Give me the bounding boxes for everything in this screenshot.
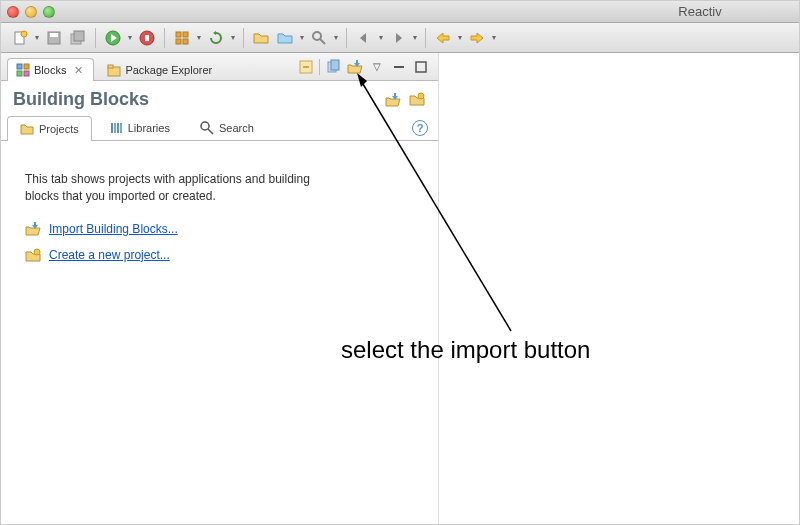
new-folder-icon xyxy=(25,248,41,264)
window-title: Reactiv xyxy=(1,4,799,19)
back-dropdown-arrow-icon[interactable]: ▾ xyxy=(456,27,464,49)
svg-rect-39 xyxy=(120,123,122,133)
tab-search-label: Search xyxy=(219,122,254,134)
svg-rect-37 xyxy=(114,123,116,133)
svg-marker-20 xyxy=(471,33,483,43)
close-icon[interactable]: ✕ xyxy=(74,64,83,77)
svg-rect-10 xyxy=(176,32,181,37)
tab-blocks-label: Blocks xyxy=(34,64,66,76)
run-button[interactable] xyxy=(102,27,124,49)
tab-search[interactable]: Search xyxy=(187,115,267,141)
next-annotation-button[interactable] xyxy=(387,27,409,49)
new-block-dropdown-arrow-icon[interactable]: ▾ xyxy=(195,27,203,49)
refresh-dropdown-arrow-icon[interactable]: ▾ xyxy=(229,27,237,49)
svg-rect-23 xyxy=(17,71,22,76)
save-all-button[interactable] xyxy=(67,27,89,49)
svg-marker-14 xyxy=(213,31,216,35)
svg-line-16 xyxy=(320,39,325,44)
run-dropdown-arrow-icon[interactable]: ▾ xyxy=(126,27,134,49)
prev-dropdown-arrow-icon[interactable]: ▾ xyxy=(377,27,385,49)
search-button[interactable] xyxy=(308,27,330,49)
tab-package-explorer[interactable]: Package Explorer xyxy=(98,58,223,81)
panel-title: Building Blocks xyxy=(13,89,149,110)
blocks-panel: Blocks ✕ Package Explorer ▽ xyxy=(1,53,439,524)
debug-button[interactable] xyxy=(136,27,158,49)
folder-icon xyxy=(20,122,34,136)
window-titlebar: Reactiv xyxy=(1,1,799,23)
toolbar-separator xyxy=(164,28,165,48)
tab-projects[interactable]: Projects xyxy=(7,116,92,141)
maximize-view-icon[interactable] xyxy=(412,58,430,76)
create-link-row: Create a new project... xyxy=(25,247,414,264)
save-button[interactable] xyxy=(43,27,65,49)
svg-rect-3 xyxy=(50,33,58,37)
import-blocks-button[interactable] xyxy=(384,91,402,109)
back-button[interactable] xyxy=(432,27,454,49)
view-tabs: Blocks ✕ Package Explorer ▽ xyxy=(1,53,438,81)
next-dropdown-arrow-icon[interactable]: ▾ xyxy=(411,27,419,49)
refresh-button[interactable] xyxy=(205,27,227,49)
svg-rect-13 xyxy=(183,39,188,44)
tab-package-explorer-label: Package Explorer xyxy=(125,64,212,76)
toolbar-separator xyxy=(243,28,244,48)
view-toolbar: ▽ xyxy=(297,53,438,80)
svg-rect-26 xyxy=(108,65,113,68)
new-block-button[interactable] xyxy=(171,27,193,49)
tab-blocks[interactable]: Blocks ✕ xyxy=(7,58,94,81)
svg-line-41 xyxy=(208,129,213,134)
copy-button[interactable] xyxy=(324,58,342,76)
svg-rect-36 xyxy=(111,123,113,133)
inner-tabs: Projects Libraries Search ? xyxy=(1,114,438,141)
view-menu-icon[interactable]: ▽ xyxy=(368,58,386,76)
import-icon xyxy=(25,221,41,237)
tab-projects-label: Projects xyxy=(39,123,79,135)
svg-rect-12 xyxy=(176,39,181,44)
blocks-icon xyxy=(16,63,30,77)
toolbar-separator xyxy=(346,28,347,48)
svg-marker-18 xyxy=(396,33,402,43)
collapse-all-button[interactable] xyxy=(297,58,315,76)
svg-point-1 xyxy=(21,31,27,37)
open-resource-button[interactable] xyxy=(274,27,296,49)
annotation-text: select the import button xyxy=(341,336,590,364)
forward-dropdown-arrow-icon[interactable]: ▾ xyxy=(490,27,498,49)
panel-header: Building Blocks xyxy=(1,81,438,114)
svg-point-43 xyxy=(34,249,40,255)
search-icon xyxy=(200,121,214,135)
svg-rect-9 xyxy=(145,35,149,41)
import-button[interactable] xyxy=(346,58,364,76)
panel-header-icons xyxy=(384,91,426,109)
new-dropdown-arrow-icon[interactable]: ▾ xyxy=(33,27,41,49)
new-project-button[interactable] xyxy=(408,91,426,109)
svg-rect-33 xyxy=(416,62,426,72)
create-new-project-link[interactable]: Create a new project... xyxy=(49,247,170,264)
forward-button[interactable] xyxy=(466,27,488,49)
package-explorer-icon xyxy=(107,63,121,77)
search-dropdown-arrow-icon[interactable]: ▾ xyxy=(332,27,340,49)
import-link-row: Import Building Blocks... xyxy=(25,221,414,238)
open-folder-button[interactable] xyxy=(250,27,272,49)
editor-area xyxy=(439,53,799,524)
tab-libraries-label: Libraries xyxy=(128,122,170,134)
projects-tab-content: This tab shows projects with application… xyxy=(1,141,438,294)
svg-rect-30 xyxy=(331,60,339,70)
import-building-blocks-link[interactable]: Import Building Blocks... xyxy=(49,221,178,238)
svg-point-15 xyxy=(313,32,321,40)
projects-intro-text: This tab shows projects with application… xyxy=(25,171,345,205)
svg-point-35 xyxy=(418,93,424,99)
svg-rect-24 xyxy=(24,71,29,76)
open-resource-dropdown-arrow-icon[interactable]: ▾ xyxy=(298,27,306,49)
minimize-view-icon[interactable] xyxy=(390,58,408,76)
library-icon xyxy=(109,121,123,135)
tab-libraries[interactable]: Libraries xyxy=(96,115,183,141)
prev-annotation-button[interactable] xyxy=(353,27,375,49)
svg-marker-19 xyxy=(437,33,449,43)
svg-point-40 xyxy=(201,122,209,130)
svg-marker-17 xyxy=(360,33,366,43)
new-button[interactable] xyxy=(9,27,31,49)
svg-rect-11 xyxy=(183,32,188,37)
help-button[interactable]: ? xyxy=(412,120,428,136)
main-toolbar: ▾ ▾ ▾ ▾ ▾ ▾ ▾ ▾ ▾ ▾ xyxy=(1,23,799,53)
svg-rect-5 xyxy=(74,31,84,41)
toolbar-separator xyxy=(425,28,426,48)
